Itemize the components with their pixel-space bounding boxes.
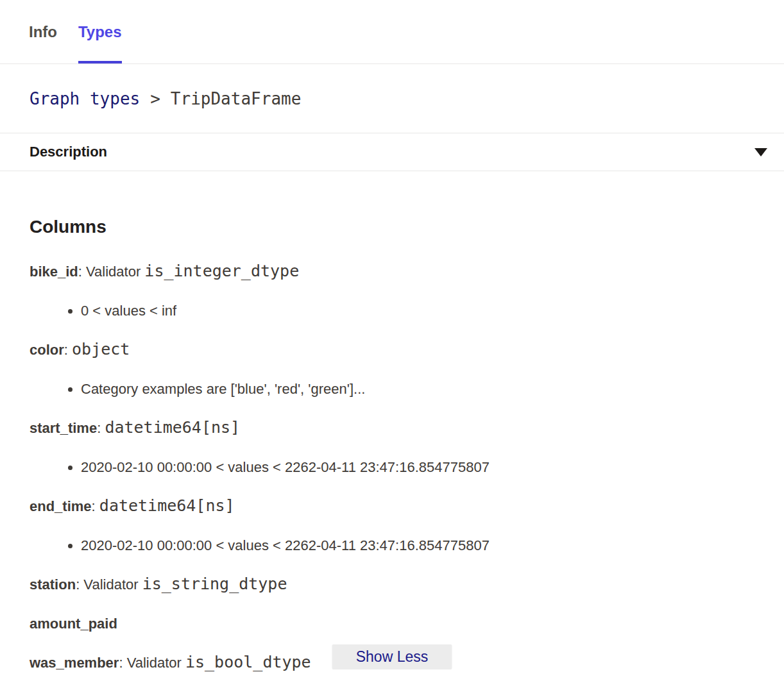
column-constraint: Category examples are ['blue', 'red', 'g… [81,380,754,399]
breadcrumb-separator: > [150,89,160,108]
column-colon: : [76,576,83,593]
column-dtype-code: is_integer_dtype [144,262,299,280]
breadcrumb-link-graph-types[interactable]: Graph types [30,89,140,108]
column-validator-label: Validator [86,264,144,280]
column-entry: amount_paid [30,614,754,634]
column-dtype-code: is_string_dtype [142,575,287,593]
tab-bar: Info Types [0,0,784,64]
column-constraint: 2020-02-10 00:00:00 < values < 2262-04-1… [81,536,754,555]
column-validator-label: Validator [127,655,185,671]
column-constraint: 2020-02-10 00:00:00 < values < 2262-04-1… [81,458,754,477]
column-colon: : [119,655,126,671]
column-colon: : [78,264,86,280]
column-name: color [30,342,64,358]
column-name: bike_id [30,264,78,280]
columns-section: Columns bike_id: Validator is_integer_dt… [0,171,784,673]
column-constraints: 0 < values < inf [30,301,754,321]
column-name: station [30,576,76,593]
column-entry: start_time: datetime64[ns] [30,419,754,438]
column-constraints: 2020-02-10 00:00:00 < values < 2262-04-1… [30,536,754,555]
show-less-button[interactable]: Show Less [332,644,452,669]
column-colon: : [97,420,105,436]
column-constraints: Category examples are ['blue', 'red', 'g… [30,380,754,399]
triangle-down-icon[interactable] [754,148,767,156]
column-entry: color: object [30,340,754,360]
column-entry: station: Validator is_string_dtype [30,575,754,594]
column-constraint: 0 < values < inf [81,301,754,321]
breadcrumb-current-page: TripDataFrame [171,89,302,108]
column-constraints: 2020-02-10 00:00:00 < values < 2262-04-1… [30,458,754,477]
column-colon: : [64,342,72,358]
column-dtype-code: is_bool_dtype [185,653,311,671]
description-section-header[interactable]: Description [0,133,784,171]
column-name: amount_paid [30,616,117,632]
column-entry: end_time: datetime64[ns] [30,497,754,516]
tab-info[interactable]: Info [29,0,57,63]
column-dtype-code: datetime64[ns] [105,418,240,437]
breadcrumb: Graph types > TripDataFrame [0,64,784,133]
column-name: was_member [30,655,119,671]
column-name: start_time [30,420,97,436]
column-entries: bike_id: Validator is_integer_dtype 0 < … [30,262,754,673]
column-colon: : [92,498,99,514]
column-entry: bike_id: Validator is_integer_dtype [30,262,754,282]
column-dtype-code: datetime64[ns] [99,496,235,515]
column-name: end_time [30,498,92,514]
columns-heading: Columns [30,216,754,238]
description-title: Description [30,144,107,160]
column-validator-label: Validator [83,576,142,593]
column-dtype-code: object [72,340,130,358]
tab-types[interactable]: Types [78,0,122,63]
